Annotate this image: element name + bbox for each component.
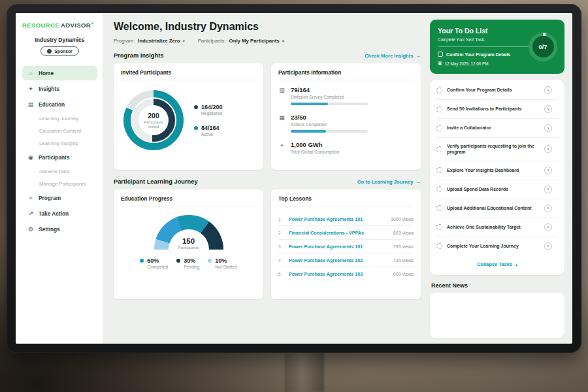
sidebar-item-education[interactable]: ▤ Education: [22, 97, 97, 112]
todo-progress-ring: 0/7: [529, 33, 557, 61]
lesson-row: 2 Financial Considerations - VPPAs 803 v…: [278, 226, 414, 240]
go-to-learning-journey-link[interactable]: Go to Learning Journey →: [357, 179, 421, 185]
invited-participants-body: 200 Participants Invited 164/200 Registe…: [121, 86, 256, 150]
sidebar-item-label: Home: [39, 70, 54, 76]
collapse-tasks-label: Collapse Tasks: [477, 261, 512, 267]
sidebar-subitem-label: Education Content: [39, 128, 81, 134]
participants-filter-label: Participants:: [198, 38, 226, 44]
sponsor-badge[interactable]: Sponsor: [41, 46, 79, 56]
sidebar-subitem-label: General Data: [39, 169, 69, 174]
task-row-invite-collaborator[interactable]: Invite a Collaborator ›: [436, 119, 558, 138]
participants-select[interactable]: Only My Participants ▾: [229, 38, 284, 44]
task-label: Explore Your Insights Dashboard: [447, 167, 540, 173]
gauge-center-label: Participants: [178, 246, 199, 250]
completed-label: Completed: [147, 265, 168, 269]
lesson-views: 803 views: [393, 231, 414, 235]
todo-title: Your To Do List: [438, 27, 534, 35]
lesson-link[interactable]: Financial Considerations - VPPAs: [289, 230, 388, 236]
invited-participants-card-title: Invited Participants: [121, 69, 256, 80]
sidebar-item-learning-insights[interactable]: Learning Insights: [22, 137, 97, 150]
chevron-right-icon[interactable]: ›: [544, 145, 552, 153]
chevron-right-icon[interactable]: ›: [544, 124, 552, 132]
sidebar-item-settings[interactable]: ⚙ Settings: [22, 222, 97, 237]
action-arrow-icon: ↗: [27, 210, 34, 217]
chevron-right-icon[interactable]: ›: [544, 105, 552, 113]
task-row-achieve-target[interactable]: Achieve One Sustainability Target ›: [436, 218, 558, 237]
lesson-link[interactable]: Power Purchase Agreements 103: [289, 271, 388, 277]
task-status-icon: [436, 224, 442, 230]
collapse-tasks-button[interactable]: Collapse Tasks ▴: [436, 255, 558, 274]
next-task-label: Confirm Your Program Details: [446, 52, 510, 57]
gear-icon: ⚙: [27, 226, 34, 233]
task-row-upload-spend-data[interactable]: Upload Spend Data Records ›: [436, 180, 558, 199]
chevron-right-icon[interactable]: ›: [544, 204, 552, 212]
task-status-icon: [436, 243, 442, 249]
sidebar-item-home[interactable]: ⌂ Home: [22, 66, 97, 80]
pending-legend-dot: [176, 259, 180, 263]
chevron-right-icon[interactable]: ›: [544, 167, 552, 174]
lightbulb-icon: ✦: [27, 86, 34, 92]
task-status-icon: [436, 146, 442, 152]
lesson-link[interactable]: Power Purchase Agreements 101: [289, 244, 388, 250]
lesson-row: 5 Power Purchase Agreements 103 600 view…: [278, 267, 414, 280]
list-icon: ≡: [27, 195, 34, 201]
brand-advisor: ADVISOR: [61, 22, 91, 29]
donut-legend: 164/200 Registered 84/164 Active: [194, 104, 223, 137]
sidebar-item-manage-participants[interactable]: Manage Participants: [22, 178, 97, 190]
lesson-link[interactable]: Power Purchase Agreements 101: [289, 216, 385, 222]
chevron-right-icon[interactable]: ›: [544, 186, 552, 193]
task-label: Confirm Your Program Details: [447, 87, 540, 93]
learning-journey-title: Participant Learning Journey: [114, 178, 198, 185]
completed-value: 60%: [147, 257, 168, 264]
actions-completed-row: ▦ 23/50 Actions Completed: [278, 114, 414, 133]
content-area: Welcome, Industry Dynamics Program: Indu…: [103, 13, 572, 344]
next-task-row[interactable]: Confirm Your Program Details: [438, 46, 534, 57]
sidebar-item-program[interactable]: ≡ Program: [22, 191, 97, 205]
check-more-insights-label: Check More Insights: [365, 53, 413, 59]
invited-participants-card: Invited Participants 200 Participants In…: [114, 63, 263, 170]
chevron-right-icon[interactable]: ›: [544, 242, 552, 250]
sidebar-subitem-label: Manage Participants: [39, 181, 86, 187]
task-row-explore-insights[interactable]: Explore Your Insights Dashboard ›: [436, 161, 558, 180]
check-more-insights-link[interactable]: Check More Insights →: [365, 53, 421, 59]
todo-progress-value: 0/7: [532, 36, 554, 57]
task-row-verify-participants[interactable]: Verify participants requesting to join t…: [436, 138, 558, 161]
chevron-down-icon: ▾: [183, 39, 185, 43]
actions-completed-label: Actions Completed: [291, 122, 368, 127]
lesson-rank: 3: [278, 244, 284, 249]
program-insights-title: Program Insights: [114, 52, 163, 59]
next-task-checkbox[interactable]: [438, 52, 443, 57]
sponsor-badge-label: Sponsor: [54, 49, 73, 54]
sidebar-item-participants[interactable]: ◉ Participants: [22, 150, 97, 165]
chevron-right-icon[interactable]: ›: [544, 86, 552, 94]
donut-center-label: Participants Invited: [141, 120, 166, 129]
task-row-confirm-program[interactable]: Confirm Your Program Details ›: [436, 81, 558, 100]
task-label: Achieve One Sustainability Target: [447, 224, 540, 230]
sponsor-icon: [47, 49, 52, 54]
active-legend-dot: [194, 126, 198, 130]
sidebar-item-education-content[interactable]: Education Content: [22, 125, 97, 137]
lesson-rank: 1: [278, 217, 284, 221]
sidebar-item-insights[interactable]: ✦ Insights: [22, 82, 97, 96]
task-label: Verify participants requesting to join t…: [447, 143, 540, 155]
gauge-center: 150 Participants: [169, 229, 209, 250]
participants-filter: Participants: Only My Participants ▾: [198, 38, 284, 44]
people-icon: ◉: [27, 154, 34, 161]
top-lessons-card-title: Top Lessons: [278, 195, 414, 206]
lesson-views: 793 views: [393, 244, 414, 249]
program-select[interactable]: Industrialize Zero ▾: [138, 38, 185, 44]
go-to-learning-journey-label: Go to Learning Journey: [357, 179, 414, 185]
lesson-link[interactable]: Power Purchase Agreements 102: [289, 257, 388, 263]
pending-label: Pending: [184, 265, 199, 269]
task-row-upload-educational-content[interactable]: Upload Additional Educational Content ›: [436, 199, 558, 218]
sidebar-item-learning-journey[interactable]: Learning Journey: [22, 112, 97, 125]
chevron-right-icon[interactable]: ›: [544, 223, 552, 231]
task-row-complete-learning-journey[interactable]: Complete Your Learning Journey ›: [436, 237, 558, 255]
program-insights-header: Program Insights Check More Insights →: [114, 52, 421, 59]
task-row-send-invitations[interactable]: Send 50 Invitations to Participants ›: [436, 100, 558, 119]
sidebar-item-take-action[interactable]: ↗ Take Action: [22, 206, 97, 221]
sidebar-subitem-label: Learning Insights: [39, 140, 78, 146]
insights-cards-row: Invited Participants 200 Participants In…: [114, 63, 421, 170]
sidebar-item-general-data[interactable]: General Data: [22, 165, 97, 178]
chevron-down-icon: ▾: [282, 39, 284, 43]
